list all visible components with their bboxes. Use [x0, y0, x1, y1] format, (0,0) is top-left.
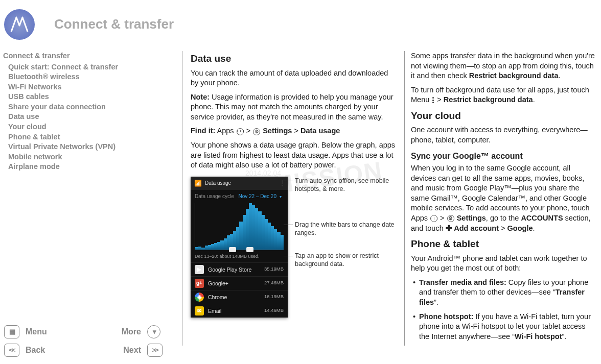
- arrow-2: >: [292, 127, 300, 135]
- paragraph-note: Note: Usage information is provided to h…: [191, 92, 396, 123]
- heading-sync: Sync your Google™ account: [411, 151, 597, 162]
- sync-end: .: [533, 224, 535, 232]
- app-name: Chrome: [208, 294, 260, 301]
- app-name: Email: [208, 307, 260, 314]
- nav-item-share[interactable]: Share your data connection: [3, 102, 172, 112]
- nav-item-datause[interactable]: Data use: [3, 112, 172, 122]
- callout-column: Turn auto sync off/on, see mobile hotspo…: [295, 175, 396, 292]
- sidebar-nav: Connect & transfer Quick start: Connect …: [2, 51, 176, 346]
- graph-caption: Dec 13–20: about 148MB used.: [191, 252, 288, 262]
- nav-item-mobile-network[interactable]: Mobile network: [3, 152, 172, 162]
- phone-cycle-row[interactable]: Data usage cycle Nov 22 – Dec 20 ▾: [191, 190, 288, 203]
- menu-button[interactable]: Menu: [26, 326, 115, 337]
- dropdown-triangle-icon: ▾: [280, 195, 282, 199]
- paragraph-sync: When you log in to the same Google accou…: [411, 163, 597, 233]
- motorola-logo: [4, 9, 35, 40]
- more-button[interactable]: More: [122, 326, 141, 337]
- heading-cloud: Your cloud: [411, 109, 597, 123]
- gear-icon-2: [447, 215, 454, 222]
- paragraph-bg1: Some apps transfer data in the backgroun…: [411, 51, 597, 81]
- sync-add: Add account: [452, 224, 499, 232]
- bg2-bold: Restrict background data: [444, 95, 533, 104]
- header: Connect & transfer: [0, 0, 601, 51]
- content-column-2: Some apps transfer data in the backgroun…: [411, 51, 597, 346]
- range-handle-right[interactable]: [246, 247, 253, 252]
- li1-bold: Transfer media and files:: [419, 278, 506, 286]
- apps-icon-2: [430, 215, 437, 222]
- gear-icon: [253, 128, 260, 135]
- app-icon: ✉: [195, 306, 204, 316]
- callout-autosync: Turn auto sync off/on, see mobile hotspo…: [295, 177, 396, 193]
- menu-grid-icon[interactable]: ▦: [4, 325, 19, 338]
- cycle-value: Nov 22 – Dec 20: [239, 193, 277, 199]
- bg1-end: .: [559, 71, 561, 80]
- nav-item-phone-tablet[interactable]: Phone & tablet: [3, 132, 172, 142]
- note-body: Usage information is provided to help yo…: [191, 93, 394, 121]
- nav-item-vpn[interactable]: Virtual Private Networks (VPN): [3, 142, 172, 152]
- app-size: 27.46MB: [264, 280, 284, 286]
- divider-2: [404, 51, 405, 346]
- app-icon: g+: [195, 279, 204, 288]
- content-column-1: Data use You can track the amount of dat…: [189, 51, 398, 346]
- sync-google: Google: [507, 224, 533, 232]
- list-item-transfer: Transfer media and files: Copy files to …: [414, 278, 597, 308]
- motorola-m-icon: [9, 14, 30, 35]
- li2-link[interactable]: Wi-Fi hotspot: [515, 332, 562, 341]
- app-row[interactable]: ◉Chrome16.19MB: [191, 290, 288, 304]
- nav-item-wifi[interactable]: Wi-Fi Networks: [3, 82, 172, 92]
- app-size: 16.19MB: [264, 294, 284, 300]
- more-chevron-down-icon[interactable]: ▾: [147, 325, 160, 338]
- nav-item-usb[interactable]: USB cables: [3, 92, 172, 102]
- app-row[interactable]: ▶Google Play Store35.19MB: [191, 262, 288, 276]
- app-row[interactable]: ✉Email14.46MB: [191, 304, 288, 318]
- heading-data-use: Data use: [191, 52, 396, 65]
- apps-icon: [237, 128, 244, 135]
- bg2-end: .: [533, 95, 535, 104]
- app-size: 14.46MB: [264, 307, 284, 314]
- divider-1: [182, 51, 182, 346]
- callout-tap-app: Tap an app to show or restrict backgroun…: [295, 252, 396, 269]
- findit-apps: Apps: [215, 127, 236, 135]
- paragraph-pt: Your Android™ phone and tablet can work …: [411, 254, 597, 274]
- sync-settings: Settings: [455, 214, 486, 222]
- app-size: 35.19MB: [264, 266, 284, 273]
- next-icon[interactable]: >>: [147, 344, 163, 357]
- pt-list: Transfer media and files: Copy files to …: [411, 278, 597, 342]
- kebab-menu-icon[interactable]: [282, 179, 283, 187]
- nav-item-airplane[interactable]: Airplane mode: [3, 162, 172, 172]
- back-icon[interactable]: <<: [4, 344, 19, 357]
- li2-end: ”.: [562, 332, 566, 341]
- bg1-bold: Restrict background data: [469, 71, 559, 80]
- paragraph-cloud: One account with access to everything, e…: [411, 125, 597, 145]
- paragraph-intro: You can track the amount of data uploade…: [191, 68, 396, 88]
- app-name: Google+: [208, 280, 260, 287]
- paragraph-graph: Your phone shows a data usage graph. Bel…: [191, 140, 396, 171]
- note-label: Note:: [191, 93, 210, 101]
- menu-dots-icon: [432, 96, 434, 104]
- page-title: Connect & transfer: [54, 15, 174, 33]
- nav-item-bluetooth[interactable]: Bluetooth® wireless: [3, 72, 172, 82]
- findit-settings: Settings: [261, 127, 292, 135]
- next-button[interactable]: Next: [122, 345, 141, 356]
- list-item-hotspot: Phone hotspot: If you have a Wi-Fi table…: [414, 312, 597, 342]
- back-button[interactable]: Back: [26, 345, 115, 356]
- graph-bar: [281, 235, 284, 250]
- findit-label: Find it:: [191, 127, 215, 135]
- phone-title: Data usage: [205, 180, 231, 187]
- cycle-label: Data usage cycle: [195, 193, 234, 199]
- nav-item-cloud[interactable]: Your cloud: [3, 122, 172, 132]
- arrow-1: >: [244, 127, 253, 135]
- app-row[interactable]: g+Google+27.46MB: [191, 276, 288, 290]
- sync-arrow2: >: [499, 224, 507, 232]
- nav-item-quickstart[interactable]: Quick start: Connect & transfer: [3, 62, 172, 72]
- app-icon: ◉: [195, 293, 204, 302]
- usage-graph[interactable]: [195, 203, 284, 250]
- sync-1: When you log in to the same Google accou…: [411, 164, 590, 222]
- callout-drag: Drag the white bars to change date range…: [295, 221, 396, 237]
- heading-phone-tablet: Phone & tablet: [411, 237, 597, 251]
- network-icon: 📶: [194, 179, 202, 187]
- plus-icon: ✚: [446, 224, 452, 232]
- range-handle-left[interactable]: [229, 247, 236, 252]
- nav-heading[interactable]: Connect & transfer: [3, 51, 172, 61]
- app-name: Google Play Store: [208, 266, 260, 273]
